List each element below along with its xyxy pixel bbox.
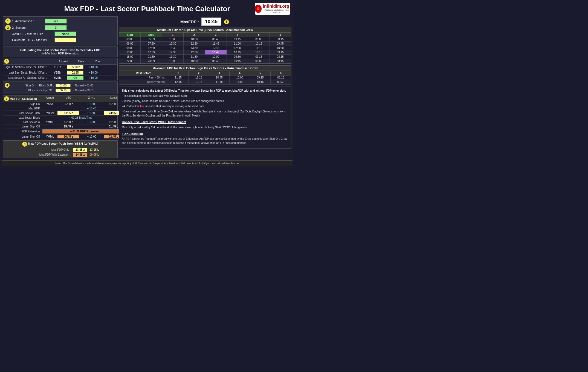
calc-desc-line1: Calculating the Last Sector Push Time to… [5, 48, 116, 52]
section2-text: An FDP cannot be Planned/Rostered with t… [122, 137, 288, 145]
acl-cell-r1-c2: 12:30 [162, 42, 183, 46]
called-off-input[interactable] [54, 37, 76, 42]
last-sect-dept-label: Last Sect Dept / Block / Offset : [4, 71, 48, 74]
inputs-section: 1 1. Acclimatised : 2 2. Sectors : 3xWOC… [3, 16, 118, 45]
sign-on-time-input[interactable] [67, 65, 83, 69]
calc-last-sector-block-row: Last Sector Block : + 02:25 Block Time [3, 116, 117, 120]
sign-on-block-note: - Normally 01:00 [73, 84, 93, 87]
maxfdp-label: MaxFDP : [180, 19, 199, 24]
calc-fdp-ext-value: + 01:00 FDP Extension [42, 129, 127, 133]
calc-sign-on-utc: 05:00 z [57, 103, 79, 106]
section2-title: FDP Extension [122, 132, 288, 136]
acl-cell-r3-c4: 10:45 [205, 50, 227, 55]
unacl-cell-r1-c6: 09:30 [271, 80, 291, 84]
calc-results-section: 7 Max FDP Calculation Airport UTC Z ⇒ L … [3, 95, 118, 139]
calc-results-header: 7 Max FDP Calculation Airport UTC Z ⇒ L … [3, 96, 117, 102]
calc-latest-sign-off-ext-row: Latest Sign Off : YMML 16:45 z + 10:00 0… [3, 134, 117, 139]
acl-cell-r1-c0: 06:00 [119, 42, 141, 46]
last-sect-dept-time-input[interactable] [67, 71, 83, 75]
calc-sign-on-row: Sign On : YSSY 05:00 z + 10:00 15:00 L [3, 102, 117, 106]
acl-cell-r3-c6: 10:15 [248, 50, 270, 55]
max-fdp-only-row: Max FDP Only : 13:05 z 23:05 L [5, 148, 116, 152]
acl-cell-r5-c2: 10:00 [162, 59, 183, 63]
acl-cell-r3-c2: 12:30 [162, 50, 183, 55]
block-in-sign-off-note: - Normally 00:15 [73, 89, 93, 92]
acl-cell-r1-c6: 10:15 [248, 42, 270, 46]
station-section: 3 Airport Time Z ⇒ L Sign On Station / T… [3, 58, 118, 80]
acl-cell-r1-c4: 11:45 [205, 42, 227, 46]
acl-cell-r0-c0: 00:00 [119, 37, 141, 42]
acl-cell-r2-c5: 12:00 [227, 46, 248, 50]
sign-on-airport: YSSY [48, 66, 67, 69]
called-off-row: Called off STBY - Start (z) : [5, 37, 115, 42]
section1-text: Max Duty is reduced by 2/4 hours for 4th… [122, 125, 288, 129]
calc-lsof2-airport: YMML [42, 135, 57, 138]
last-sector-arr-label: Last Sector Arr Station / Offset : [4, 76, 48, 79]
info-intro-text: This sheet calculates the Latest Off Blo… [122, 89, 286, 92]
acl-cell-r5-c0: 22:00 [119, 59, 141, 63]
last-sector-arr-status: Ok [67, 76, 83, 80]
acl-cell-r1-c1: 07:59 [141, 42, 162, 46]
col-3-header: 3 [205, 33, 227, 37]
wocl-input[interactable] [54, 31, 76, 36]
station-col-time: Time [73, 60, 89, 63]
footer: Note : This Spreadsheet is made availabl… [2, 160, 292, 166]
acclimatised-row: 1 1. Acclimatised : [5, 18, 115, 24]
step3-circle: 3 [4, 59, 9, 64]
calc-last-sector-push-row: Last Sector Push : YBBN 13:05 z + 10:00 … [3, 111, 117, 116]
acl-cell-r1-c7: 09:45 [270, 42, 291, 46]
last-sect-dept-airport: YBBN [48, 71, 67, 74]
info-err: Err [140, 105, 144, 108]
calc-lsp-airport: YBBN [42, 112, 57, 115]
station-col-offset: Z ⇒ L [89, 60, 108, 63]
calc-lsi-airport: YMML [42, 121, 57, 124]
last-sector-arr-offset: + 10:00 [83, 76, 103, 79]
acl-cell-r5-c6: 09:00 [248, 59, 270, 63]
info-section: This sheet calculates the Latest Off Blo… [119, 86, 291, 149]
station-col-label [10, 60, 54, 63]
col-5-header: 5 [248, 33, 270, 37]
calc-lsi-offset: + 10:00 [79, 121, 104, 124]
unacl-cell-r1-c0: Rest >=30 Hrs : [119, 80, 168, 84]
block-in-sign-off-row: Block IN -> Sign Off : - Normally 00:15 [5, 89, 116, 92]
acl-cell-r2-c6: 11:15 [248, 46, 270, 50]
unacclimatised-table-section: Maximum FDP for Rest Before Sign On vs S… [119, 65, 291, 85]
unacl-cell-r0-c3: 10:45 [209, 75, 230, 80]
calc-lsof-utc: 15:45 z [57, 125, 79, 128]
calc-lsi-utc: 15:30 z [57, 121, 79, 124]
acl-cell-r4-c0: 18:00 [119, 55, 141, 59]
calc-lsof2-utc: 16:45 z [57, 135, 79, 138]
acl-cell-r3-c3: 12:30 [183, 50, 205, 55]
max-fdp-only-label: Max FDP Only : [21, 148, 71, 151]
wocl-row: 3xWOCL - 4th/5th FDP : [5, 31, 115, 36]
sign-on-station-row: Sign On Station / Time (z) / Offset : YS… [3, 65, 117, 70]
acclimatised-table-section: Maximum FDP for Sign On Time (L) vs Sect… [119, 27, 291, 64]
info-bullet3: - A Red/Yellow Err indicates that an ent… [122, 104, 288, 108]
block-in-sign-off-input[interactable] [56, 89, 71, 92]
unacclimatised-table-title: Maximum FDP for Rest Before Sign On vs S… [119, 66, 291, 71]
logo: ☺ Infinidim.org Personal Website of Ken … [255, 3, 290, 15]
unacl-cell-r1-c1: 12:15 [168, 80, 189, 84]
sign-on-offset: + 10:00 [83, 66, 103, 69]
acl-cell-r4-c2: 11:30 [162, 55, 183, 59]
logo-face-icon: ☺ [256, 6, 260, 11]
calc-lsp-utc: 13:05 z [57, 111, 79, 115]
sign-on-station-label: Sign On Station / Time (z) / Offset : [4, 66, 48, 69]
unacl-cell-r0-c6: 08:15 [271, 75, 291, 80]
calc-max-fdp-label: Max FDP : [4, 107, 42, 110]
calc-description: Calculating the Last Sector Push Time to… [3, 47, 118, 57]
maxfdp-value: 10:45 [201, 18, 221, 26]
sectors-input[interactable] [45, 25, 67, 30]
acl-cell-r0-c6: 09:00 [248, 37, 270, 42]
acl-cell-r5-c7: 08:15 [270, 59, 291, 63]
acl-cell-r4-c7: 08:15 [270, 55, 291, 59]
acclimatised-input[interactable] [45, 19, 67, 24]
logo-sub: Personal Website of Ken Pascoe [263, 9, 290, 14]
sign-on-block-input[interactable] [56, 84, 71, 87]
col-6-header: 6 [270, 33, 291, 37]
last-sector-push-box: 8 Max FDP Last Sector Push from YBBN (to… [3, 140, 118, 158]
max-fdp-ext-utc: 14:05 z [73, 153, 87, 157]
block-times-section: 4 Sign On -> Block OUT : - Normally 01:0… [3, 82, 118, 94]
acl-cell-r3-c7: 09:15 [270, 50, 291, 55]
col-start-header: Start [119, 33, 141, 37]
